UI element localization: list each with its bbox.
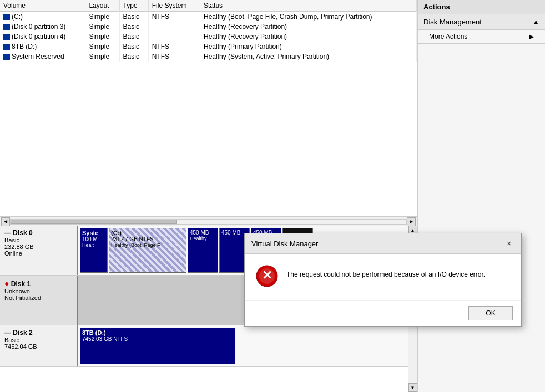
- col-type: Type: [119, 0, 148, 12]
- main-container: Volume Layout Type File System Status (C…: [0, 0, 545, 392]
- partition-size: 450 MB: [221, 230, 248, 236]
- dialog-close-button[interactable]: ×: [503, 238, 514, 249]
- scroll-track[interactable]: [10, 219, 407, 225]
- partition-size: 7452.03 GB NTFS: [82, 336, 233, 342]
- error-icon: ✕: [256, 265, 278, 287]
- table-row[interactable]: (Disk 0 partition 3) Simple Basic Health…: [0, 22, 417, 32]
- cell-layout: Simple: [85, 42, 119, 52]
- virtual-disk-manager-dialog: Virtual Disk Manager × ✕ The request cou…: [244, 233, 522, 327]
- col-status: Status: [200, 0, 417, 12]
- horizontal-scrollbar[interactable]: ◀ ▶: [0, 217, 417, 226]
- scroll-down-arrow[interactable]: ▼: [408, 383, 417, 392]
- disk-size: 232.88 GB: [4, 243, 72, 250]
- cell-layout: Simple: [85, 32, 119, 42]
- disk-status: Not Initialized: [4, 294, 72, 301]
- partition-size: 100 M: [82, 236, 105, 242]
- cell-status: Healthy (Boot, Page File, Crash Dump, Pr…: [200, 12, 417, 22]
- disk-management-group: Disk Management ▲: [418, 14, 545, 30]
- cell-filesystem: NTFS: [148, 52, 200, 62]
- cell-type: Basic: [119, 22, 148, 32]
- table-row[interactable]: (Disk 0 partition 4) Simple Basic Health…: [0, 32, 417, 42]
- cell-filesystem: [148, 22, 200, 32]
- partition-name: 8TB (D:): [82, 329, 233, 336]
- partition-status: Healthy (Boot, Page F: [111, 242, 184, 248]
- volume-table: Volume Layout Type File System Status (C…: [0, 0, 417, 62]
- disk-status: Online: [4, 250, 72, 257]
- partition-status: Healt: [82, 242, 105, 248]
- cell-volume: System Reserved: [0, 52, 85, 62]
- table-header-row: Volume Layout Type File System Status: [0, 0, 417, 12]
- disk-name: ● Disk 1: [4, 279, 72, 288]
- more-actions-label: More Actions: [429, 33, 467, 40]
- dialog-footer: OK: [245, 300, 521, 326]
- cell-volume: 8TB (D:): [0, 42, 85, 52]
- disk-label-disk0: — Disk 0 Basic 232.88 GB Online: [0, 226, 78, 275]
- cell-status: Healthy (Recovery Partition): [200, 32, 417, 42]
- disk-error-dot: ●: [4, 279, 9, 288]
- table-row[interactable]: System Reserved Simple Basic NTFS Health…: [0, 52, 417, 62]
- partition-status: Healthy: [190, 236, 216, 241]
- error-icon-container: ✕: [256, 265, 278, 289]
- partition-block[interactable]: 450 MB Healthy: [188, 228, 218, 273]
- col-filesystem: File System: [148, 0, 200, 12]
- cell-layout: Simple: [85, 22, 119, 32]
- svg-text:✕: ✕: [262, 268, 272, 282]
- scroll-thumb[interactable]: [11, 220, 177, 224]
- dialog-body: ✕ The request could not be performed bec…: [245, 254, 521, 300]
- cell-type: Basic: [119, 12, 148, 22]
- disk-name: — Disk 2: [4, 329, 72, 337]
- table-body: (C:) Simple Basic NTFS Healthy (Boot, Pa…: [0, 12, 417, 62]
- disk-type: Basic: [4, 337, 72, 343]
- cell-filesystem: NTFS: [148, 12, 200, 22]
- partition-block[interactable]: 8TB (D:) 7452.03 GB NTFS: [80, 328, 235, 364]
- disk-management-header[interactable]: Disk Management ▲: [418, 14, 545, 29]
- col-volume: Volume: [0, 0, 85, 12]
- more-actions-group: More Actions ▶: [418, 30, 545, 44]
- disk-type: Unknown: [4, 288, 72, 294]
- disk-row-disk2: — Disk 2 Basic 7452.04 GB 8TB (D:) 7452.…: [0, 325, 408, 367]
- cell-filesystem: [148, 32, 200, 42]
- partition-name: (C:): [111, 230, 184, 236]
- more-actions-item[interactable]: More Actions ▶: [418, 30, 545, 43]
- partition-block[interactable]: (C:) 231.47 GB NTFS Healthy (Boot, Page …: [109, 228, 186, 273]
- cell-status: Healthy (Recovery Partition): [200, 22, 417, 32]
- content-area: Volume Layout Type File System Status (C…: [0, 0, 417, 392]
- disk-name: — Disk 0: [4, 229, 72, 237]
- partition-size: 231.47 GB NTFS: [111, 236, 184, 242]
- ok-button[interactable]: OK: [468, 306, 513, 320]
- cell-type: Basic: [119, 42, 148, 52]
- disk-partitions-disk2: 8TB (D:) 7452.03 GB NTFS: [78, 325, 408, 366]
- table-row[interactable]: 8TB (D:) Simple Basic NTFS Healthy (Prim…: [0, 42, 417, 52]
- disk-management-label: Disk Management: [423, 18, 482, 26]
- disk-label-disk2: — Disk 2 Basic 7452.04 GB: [0, 325, 78, 366]
- cell-type: Basic: [119, 52, 148, 62]
- table-row[interactable]: (C:) Simple Basic NTFS Healthy (Boot, Pa…: [0, 12, 417, 22]
- cell-type: Basic: [119, 32, 148, 42]
- cell-volume: (Disk 0 partition 3): [0, 22, 85, 32]
- collapse-icon: ▲: [532, 18, 539, 26]
- right-sidebar: Actions Disk Management ▲ More Actions ▶: [417, 0, 545, 392]
- cell-volume: (C:): [0, 12, 85, 22]
- cell-volume: (Disk 0 partition 4): [0, 32, 85, 42]
- cell-status: Healthy (System, Active, Primary Partiti…: [200, 52, 417, 62]
- partition-block[interactable]: Syste 100 M Healt: [80, 228, 108, 273]
- partition-name: Syste: [82, 230, 105, 236]
- cell-layout: Simple: [85, 12, 119, 22]
- partition-size: 450 MB: [190, 230, 216, 236]
- dialog-title: Virtual Disk Manager: [251, 240, 318, 248]
- cell-status: Healthy (Primary Partition): [200, 42, 417, 52]
- dialog-title-bar: Virtual Disk Manager ×: [245, 233, 521, 254]
- disk-type: Basic: [4, 237, 72, 243]
- disk-label-disk1: ● Disk 1 Unknown Not Initialized: [0, 276, 78, 325]
- chevron-right-icon: ▶: [529, 33, 534, 40]
- col-layout: Layout: [85, 0, 119, 12]
- volume-table-area: Volume Layout Type File System Status (C…: [0, 0, 417, 217]
- actions-header: Actions: [418, 0, 545, 14]
- disk-size: 7452.04 GB: [4, 343, 72, 350]
- dialog-message: The request could not be performed becau…: [286, 265, 485, 279]
- cell-layout: Simple: [85, 52, 119, 62]
- cell-filesystem: NTFS: [148, 42, 200, 52]
- scroll-right-arrow[interactable]: ▶: [407, 217, 416, 226]
- scroll-left-arrow[interactable]: ◀: [1, 217, 10, 226]
